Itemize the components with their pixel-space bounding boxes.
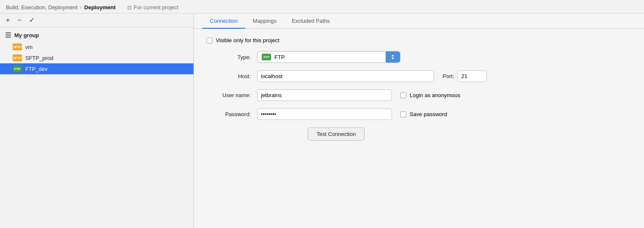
sidebar-item-ftp-dev[interactable]: FTP FTP_dev	[0, 63, 193, 74]
login-anonymous-label: Login as anonymous	[410, 92, 460, 98]
test-connection-button[interactable]: Test Connection	[308, 128, 365, 141]
port-group: Port:	[443, 71, 487, 82]
host-label: Host:	[207, 73, 257, 79]
type-row: Type: FTP FTP	[207, 51, 631, 63]
sftp-icon-prod: SFTP	[13, 54, 22, 61]
type-value: FTP	[274, 54, 285, 60]
sidebar-toolbar: + − ✓	[0, 14, 193, 27]
group-icon: ☰	[5, 31, 11, 39]
tabs: Connection Mappings Excluded Paths	[194, 14, 644, 29]
sidebar-item-vm-label: vm	[25, 44, 32, 50]
for-project-label: For current project	[134, 4, 178, 11]
port-input[interactable]	[457, 71, 487, 82]
login-anonymous-checkbox[interactable]	[400, 92, 406, 98]
tab-mappings[interactable]: Mappings	[245, 14, 284, 29]
breadcrumb-parent: Build, Execution, Deployment	[6, 4, 78, 11]
save-password-label: Save password	[410, 111, 447, 117]
sidebar: + − ✓ ☰ My group SFTP vm SFTP SFTP_	[0, 14, 194, 228]
visible-only-label: Visible only for this project	[216, 37, 279, 43]
type-label: Type:	[207, 54, 257, 60]
visible-only-checkbox[interactable]	[207, 38, 212, 43]
breadcrumb: Build, Execution, Deployment › Deploymen…	[6, 4, 115, 11]
header: Build, Execution, Deployment › Deploymen…	[0, 0, 644, 14]
group-label: My group	[14, 32, 39, 38]
add-button[interactable]: +	[4, 16, 11, 24]
sidebar-tree: ☰ My group SFTP vm SFTP SFTP_prod FTP FT…	[0, 27, 193, 228]
ftp-icon-dev: FTP	[13, 65, 22, 72]
updown-arrow-icon	[390, 54, 395, 60]
for-project: ⊡ For current project	[127, 4, 178, 11]
sftp-icon-vm: SFTP	[13, 43, 22, 50]
sidebar-item-sftp-prod[interactable]: SFTP SFTP_prod	[0, 52, 193, 63]
ftp-type-icon: FTP	[262, 54, 271, 60]
save-password-group: Save password	[400, 111, 447, 117]
password-label: Password:	[207, 111, 257, 117]
sidebar-item-ftp-dev-label: FTP_dev	[25, 66, 48, 72]
tree-group: ☰ My group	[0, 29, 193, 41]
check-button[interactable]: ✓	[27, 16, 36, 24]
main-content: + − ✓ ☰ My group SFTP vm SFTP SFTP_	[0, 14, 644, 228]
username-label: User name:	[207, 92, 257, 98]
visible-only-row: Visible only for this project	[207, 37, 631, 43]
port-label: Port:	[443, 73, 454, 79]
password-input[interactable]	[257, 109, 392, 120]
username-row: User name: Login as anonymous	[207, 90, 631, 101]
sidebar-item-sftp-prod-label: SFTP_prod	[25, 55, 53, 61]
save-password-checkbox[interactable]	[400, 111, 406, 117]
password-row: Password: Save password	[207, 109, 631, 120]
right-panel: Connection Mappings Excluded Paths Visib…	[194, 14, 644, 228]
username-input[interactable]	[257, 90, 392, 101]
tab-excluded-paths[interactable]: Excluded Paths	[284, 14, 337, 29]
host-row: Host: Port:	[207, 71, 631, 82]
host-input[interactable]	[257, 71, 434, 82]
type-dropdown[interactable]: FTP FTP	[257, 51, 400, 63]
form-area: Visible only for this project Type: FTP …	[194, 29, 644, 149]
breadcrumb-separator: ›	[80, 5, 82, 11]
test-connection-wrapper: Test Connection	[207, 128, 631, 141]
app-window: Build, Execution, Deployment › Deploymen…	[0, 0, 644, 228]
tab-connection[interactable]: Connection	[202, 14, 245, 29]
type-dropdown-arrow[interactable]	[386, 52, 400, 62]
login-anonymous-group: Login as anonymous	[400, 92, 460, 98]
for-project-icon: ⊡	[127, 5, 131, 11]
sidebar-item-vm[interactable]: SFTP vm	[0, 41, 193, 52]
remove-button[interactable]: −	[16, 16, 23, 24]
breadcrumb-current: Deployment	[84, 4, 115, 11]
